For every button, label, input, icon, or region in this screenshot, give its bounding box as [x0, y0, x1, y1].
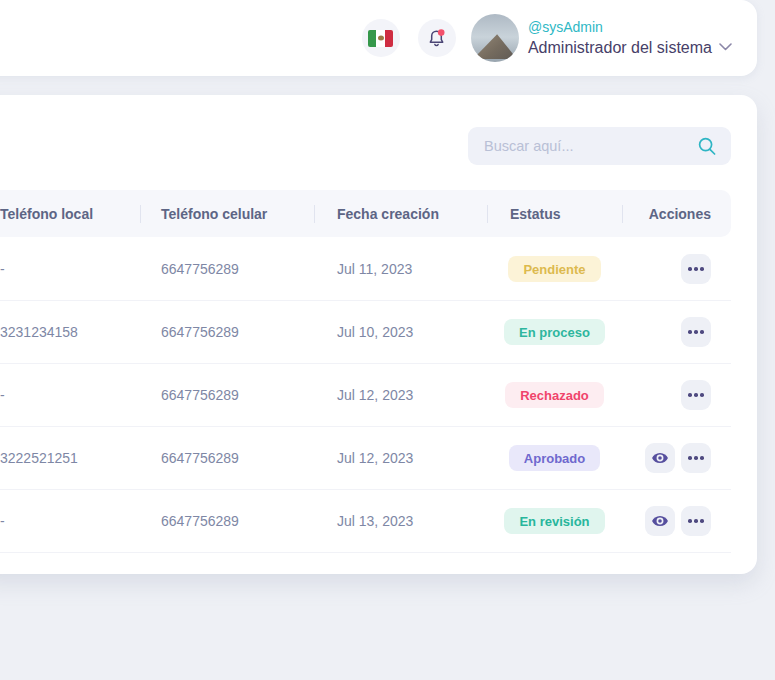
- eye-icon: [651, 449, 669, 467]
- mexico-flag-icon: [368, 30, 393, 47]
- top-bar: @sysAdmin Administrador del sistema: [0, 0, 757, 76]
- status-badge: Pendiente: [508, 256, 600, 282]
- cell-telefono-celular: 6647756289: [140, 513, 314, 529]
- notifications-button[interactable]: [418, 19, 456, 57]
- ellipsis-icon: [688, 456, 704, 460]
- user-avatar[interactable]: [471, 14, 519, 62]
- ellipsis-icon: [688, 267, 704, 271]
- cell-telefono-local: 3231234158: [0, 324, 140, 340]
- table-row: - 6647756289 Jul 11, 2023 Pendiente: [0, 238, 731, 301]
- cell-telefono-local: 3222521251: [0, 450, 140, 466]
- records-card: Teléfono local Teléfono celular Fecha cr…: [0, 95, 757, 574]
- notification-dot: [438, 29, 445, 36]
- column-header-acciones: Acciones: [622, 190, 731, 237]
- more-actions-button[interactable]: [681, 380, 711, 410]
- table-row: 3231234158 6647756289 Jul 10, 2023 En pr…: [0, 301, 731, 364]
- cell-fecha-creacion: Jul 10, 2023: [314, 324, 487, 340]
- status-badge: Aprobado: [509, 445, 600, 471]
- cell-telefono-celular: 6647756289: [140, 450, 314, 466]
- ellipsis-icon: [688, 330, 704, 334]
- user-menu[interactable]: @sysAdmin Administrador del sistema: [528, 18, 732, 58]
- more-actions-button[interactable]: [681, 317, 711, 347]
- view-button[interactable]: [645, 443, 675, 473]
- more-actions-button[interactable]: [681, 506, 711, 536]
- cell-fecha-creacion: Jul 12, 2023: [314, 450, 487, 466]
- status-badge: En proceso: [504, 319, 605, 345]
- username: @sysAdmin: [528, 18, 732, 37]
- status-badge: Rechazado: [505, 382, 604, 408]
- status-badge: En revisión: [504, 508, 604, 534]
- ellipsis-icon: [688, 393, 704, 397]
- chevron-down-icon[interactable]: [719, 43, 732, 51]
- user-role: Administrador del sistema: [528, 37, 712, 59]
- search-box: [468, 127, 731, 165]
- language-flag-button[interactable]: [362, 19, 400, 57]
- admin-page: @sysAdmin Administrador del sistema Telé…: [0, 0, 775, 680]
- cell-telefono-celular: 6647756289: [140, 261, 314, 277]
- eye-icon: [651, 512, 669, 530]
- cell-fecha-creacion: Jul 12, 2023: [314, 387, 487, 403]
- bell-icon: [427, 28, 446, 49]
- table-row: 3222521251 6647756289 Jul 12, 2023 Aprob…: [0, 427, 731, 490]
- table-header: Teléfono local Teléfono celular Fecha cr…: [0, 190, 731, 237]
- column-header-telefono-celular: Teléfono celular: [140, 190, 314, 237]
- search-input[interactable]: [484, 138, 697, 154]
- cell-telefono-local: -: [0, 261, 140, 277]
- magnifier-icon[interactable]: [697, 136, 717, 156]
- more-actions-button[interactable]: [681, 443, 711, 473]
- column-header-estatus: Estatus: [487, 190, 622, 237]
- more-actions-button[interactable]: [681, 254, 711, 284]
- cell-telefono-local: -: [0, 513, 140, 529]
- cell-telefono-celular: 6647756289: [140, 387, 314, 403]
- view-button[interactable]: [645, 506, 675, 536]
- ellipsis-icon: [688, 519, 704, 523]
- column-header-fecha-creacion: Fecha creación: [314, 190, 487, 237]
- cell-fecha-creacion: Jul 13, 2023: [314, 513, 487, 529]
- table-row: - 6647756289 Jul 12, 2023 Rechazado: [0, 364, 731, 427]
- column-header-telefono-local: Teléfono local: [0, 190, 140, 237]
- cell-telefono-local: -: [0, 387, 140, 403]
- cell-telefono-celular: 6647756289: [140, 324, 314, 340]
- cell-fecha-creacion: Jul 11, 2023: [314, 261, 487, 277]
- table-row: - 6647756289 Jul 13, 2023 En revisión: [0, 490, 731, 553]
